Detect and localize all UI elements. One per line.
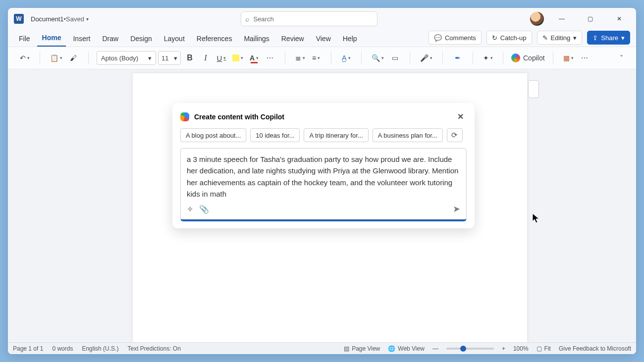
chevron-down-icon: ▾	[174, 54, 177, 62]
user-avatar[interactable]	[530, 12, 544, 26]
tab-review[interactable]: Review	[276, 32, 309, 47]
side-pane-handle[interactable]	[528, 80, 539, 98]
language-indicator[interactable]: English (U.S.)	[82, 345, 118, 352]
addins-button[interactable]: ✦▾	[481, 51, 495, 65]
comments-button[interactable]: 💬 Comments	[429, 31, 482, 45]
document-page[interactable]: Create content with Copilot ✕ A blog pos…	[133, 73, 527, 342]
tab-references[interactable]: References	[192, 32, 237, 47]
tab-view[interactable]: View	[311, 32, 336, 47]
ribbon-tabs: File Home Insert Draw Design Layout Refe…	[8, 30, 636, 47]
copilot-panel: Create content with Copilot ✕ A blog pos…	[172, 103, 475, 228]
tab-help[interactable]: Help	[338, 32, 362, 47]
refresh-icon: ⟳	[451, 131, 458, 140]
zoom-in-button[interactable]: +	[502, 345, 505, 352]
clock-icon: ↻	[492, 34, 497, 42]
select-button[interactable]: ▭	[388, 51, 402, 65]
align-button[interactable]: ≡▾	[309, 51, 323, 65]
suggestion-chips: A blog post about... 10 ideas for... A t…	[180, 128, 467, 148]
styles-button[interactable]: A̲▾	[339, 51, 353, 65]
attach-icon[interactable]: 📎	[199, 205, 209, 214]
close-window-button[interactable]: ✕	[608, 10, 630, 28]
word-app-icon: W	[14, 14, 24, 24]
font-color-button[interactable]: A▾	[247, 51, 261, 65]
word-count[interactable]: 0 words	[52, 345, 73, 352]
highlight-swatch-icon	[232, 54, 239, 61]
text-predictions-indicator[interactable]: Text Predictions: On	[127, 345, 180, 352]
pencil-icon: ✎	[542, 34, 548, 42]
zoom-percent[interactable]: 100%	[513, 345, 529, 352]
tab-insert[interactable]: Insert	[68, 32, 95, 47]
font-size-select[interactable]: 11 ▾	[158, 51, 181, 65]
refresh-suggestions-button[interactable]: ⟳	[447, 128, 463, 142]
font-family-select[interactable]: Aptos (Body) ▾	[97, 51, 156, 65]
undo-button[interactable]: ↶▾	[18, 51, 32, 65]
copilot-icon	[180, 112, 189, 121]
app-window: W Document1 • Saved ▾ ⌕ Search — ▢ ✕ Fil…	[8, 8, 636, 354]
send-icon[interactable]: ➤	[453, 204, 460, 214]
zoom-slider-thumb[interactable]	[460, 346, 466, 352]
mouse-cursor-icon	[532, 213, 540, 224]
bold-button[interactable]: B	[183, 51, 197, 65]
tab-draw[interactable]: Draw	[97, 32, 123, 47]
minimize-button[interactable]: —	[551, 10, 573, 28]
comments-label: Comments	[445, 34, 476, 42]
italic-button[interactable]: I	[199, 51, 213, 65]
editing-mode-button[interactable]: ✎ Editing ▾	[537, 31, 583, 45]
paste-button[interactable]: 📋▾	[48, 51, 64, 65]
titlebar-right: — ▢ ✕	[530, 10, 633, 28]
maximize-button[interactable]: ▢	[580, 10, 601, 28]
tab-home[interactable]: Home	[37, 31, 66, 47]
find-button[interactable]: 🔍▾	[370, 51, 386, 65]
sparkle-icon[interactable]: ✧	[187, 205, 193, 214]
close-icon[interactable]: ✕	[454, 110, 467, 123]
font-family-value: Aptos (Body)	[101, 54, 138, 62]
zoom-slider[interactable]	[446, 348, 494, 350]
editor-button[interactable]: ✒	[451, 51, 465, 65]
web-view-button[interactable]: 🌐 Web View	[388, 345, 425, 352]
underline-button[interactable]: U▾	[215, 51, 228, 65]
tab-mailings[interactable]: Mailings	[239, 32, 274, 47]
feedback-link[interactable]: Give Feedback to Microsoft	[559, 345, 631, 352]
zoom-out-button[interactable]: —	[432, 345, 438, 352]
copilot-label: Copilot	[523, 54, 545, 62]
prompt-text[interactable]: a 3 minute speech for Tasha's graduation…	[187, 154, 460, 200]
tab-file[interactable]: File	[14, 32, 35, 47]
search-icon: ⌕	[245, 15, 249, 23]
page-indicator[interactable]: Page 1 of 1	[13, 345, 43, 352]
ribbon-toolbar: ↶▾ 📋▾ 🖌 Aptos (Body) ▾ 11 ▾ B I U▾ ▾ A▾ …	[8, 47, 636, 69]
copilot-panel-title: Create content with Copilot	[194, 113, 284, 121]
copilot-icon	[511, 53, 520, 62]
document-title[interactable]: Document1	[31, 15, 63, 23]
tab-design[interactable]: Design	[125, 32, 157, 47]
font-size-value: 11	[161, 54, 168, 62]
ribbon-collapse-button[interactable]: ˅	[614, 51, 628, 65]
search-placeholder: Search	[253, 15, 273, 23]
chevron-down-icon[interactable]: ▾	[86, 16, 89, 22]
format-painter-button[interactable]: 🖌	[66, 51, 80, 65]
page-view-icon: ▤	[344, 345, 349, 352]
page-view-button[interactable]: ▤ Page View	[344, 345, 380, 352]
more-font-button[interactable]: ⋯	[263, 51, 277, 65]
copilot-ribbon-button[interactable]: Copilot	[509, 53, 547, 62]
overflow-button[interactable]: ⋯	[578, 51, 591, 65]
comment-icon: 💬	[434, 34, 442, 42]
bullets-button[interactable]: ≣▾	[293, 51, 307, 65]
fit-label: Fit	[544, 345, 551, 352]
chip-trip-itinerary[interactable]: A trip itinerary for...	[304, 128, 368, 142]
fit-button[interactable]: ▢ Fit	[537, 345, 551, 352]
tab-layout[interactable]: Layout	[159, 32, 190, 47]
dictate-button[interactable]: 🎤▾	[418, 51, 434, 65]
share-icon: ⇪	[592, 34, 598, 42]
web-view-icon: 🌐	[388, 345, 395, 352]
search-input[interactable]: ⌕ Search	[241, 11, 377, 26]
save-status: Saved	[66, 15, 84, 23]
chip-blog-post[interactable]: A blog post about...	[180, 128, 246, 142]
tabs-right-actions: 💬 Comments ↻ Catch-up ✎ Editing ▾ ⇪ Shar…	[429, 31, 630, 47]
chip-business-plan[interactable]: A business plan for...	[373, 128, 443, 142]
catchup-button[interactable]: ↻ Catch-up	[486, 31, 532, 45]
highlight-button[interactable]: ▾	[230, 51, 245, 65]
chip-ten-ideas[interactable]: 10 ideas for...	[250, 128, 300, 142]
grid-button[interactable]: ▦▾	[561, 51, 576, 65]
share-button[interactable]: ⇪ Share ▾	[587, 31, 630, 45]
copilot-prompt-input[interactable]: a 3 minute speech for Tasha's graduation…	[180, 148, 467, 221]
